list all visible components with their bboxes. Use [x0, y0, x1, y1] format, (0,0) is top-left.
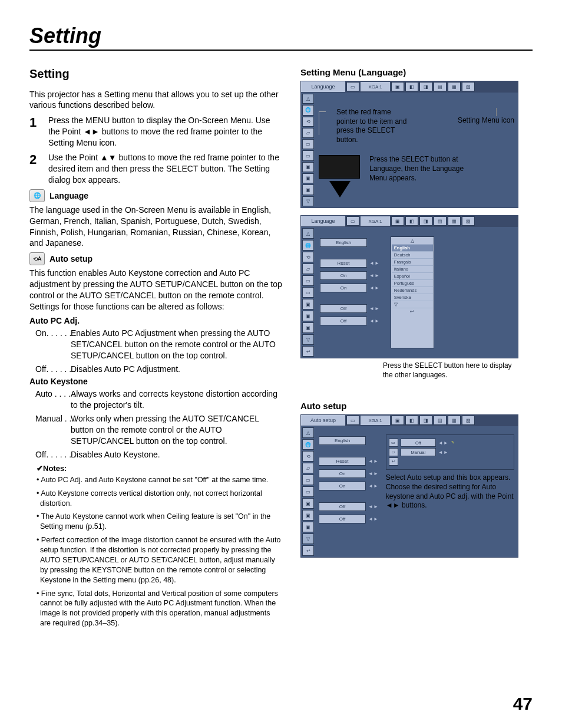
osd-menubar: Auto setup ▭ XGA 1 ▣ ◧ ◨ ▤ ▦ ▧ — [300, 414, 518, 426]
menubar-icon: ▭ — [346, 416, 359, 425]
menubar-signal: XGA 1 — [361, 82, 390, 91]
language-option: Deutsch — [392, 252, 433, 259]
down-arrow-icon: ▽ — [302, 334, 314, 345]
keystone-icon: ▱ — [302, 463, 314, 473]
rear-icon: ▣ — [302, 185, 314, 195]
step-text: Use the Point ▲▼ buttons to move the red… — [48, 152, 283, 186]
figure-caption: Press the SELECT button here to display … — [383, 361, 518, 380]
lr-arrows-icon: ◄► — [368, 504, 379, 509]
lr-arrows-icon: ◄► — [368, 471, 379, 476]
language-option: Nederlands — [392, 287, 433, 294]
display-icon: ▭ — [302, 486, 314, 497]
osd-value: English — [320, 238, 367, 247]
keystone-icon: ▱ — [389, 448, 398, 456]
auto-setup-paragraph: This function enables Auto Keystone corr… — [29, 268, 283, 312]
def-term: Off. . . . . . . — [29, 449, 71, 460]
menubar-icon: ▦ — [448, 82, 461, 91]
osd-value: Off — [319, 502, 366, 511]
bluescreen-icon: ▭ — [302, 275, 314, 286]
callout-set-pointer: Set the red frame pointer to the item an… — [336, 108, 407, 144]
osd-sidebar: △ 🌐 ⟲ ▱ ▭ ▭ ▣ ▣ ▣ ▽ ↩ — [301, 426, 315, 557]
notes-heading: ✔Notes: — [37, 464, 283, 473]
lr-arrows-icon: ◄► — [369, 261, 380, 266]
menubar-icon: ▧ — [462, 416, 475, 425]
osd-value: Manual — [401, 448, 436, 456]
globe-icon: 🌐 — [302, 105, 314, 115]
lr-arrows-icon: ◄► — [369, 273, 380, 278]
note-item: Auto PC Adj. and Auto Keystone cannot be… — [40, 475, 283, 485]
intro-paragraph: This projector has a Setting menu that a… — [29, 89, 283, 110]
osd-value: Off — [319, 515, 366, 523]
def-term: Manual . . . — [29, 413, 71, 447]
osd-menubar: Language ▭ XGA 1 ▣ ◧ ◨ ▤ ▦ ▧ — [300, 81, 518, 93]
def-desc: Enables Auto PC Adjustment when pressing… — [71, 328, 283, 361]
step-number: 2 — [29, 152, 41, 186]
def-desc: Always works and corrects keystone disto… — [71, 388, 283, 411]
down-arrow-icon: ▽ — [302, 533, 314, 544]
osd-sidebar: △ 🌐 ⟲ ▱ ▭ ▭ ▣ ▣ ▣ ▽ — [301, 93, 315, 207]
osd-figure-3: Auto setup ▭ XGA 1 ▣ ◧ ◨ ▤ ▦ ▧ △ 🌐 ⟲ ▱ ▭… — [300, 414, 518, 558]
globe-icon: 🌐 — [302, 240, 314, 251]
def-term: Off. . . . . . . — [29, 364, 71, 375]
figure-caption: Select Auto setup and this box appears. … — [386, 473, 514, 510]
def-auto-pc-on: On. . . . . . . Enables Auto PC Adjustme… — [29, 328, 283, 361]
menubar-label: Language — [301, 216, 346, 226]
step-number: 1 — [29, 115, 41, 149]
osd-value: On — [319, 469, 366, 478]
menubar-icon: ▣ — [391, 416, 404, 425]
autosetup-icon: ⟲ — [302, 451, 314, 462]
osd-value-list: English Reset◄► On◄► On◄► Off◄► Off◄► — [319, 434, 379, 549]
ceiling-icon: ▣ — [302, 311, 314, 321]
menubar-icon: ▣ — [391, 82, 404, 91]
menubar-icon: ◧ — [405, 82, 418, 91]
return-icon: ↩ — [392, 308, 433, 315]
callout-menu-icon: Setting Menu icon — [418, 116, 514, 126]
lr-arrows-icon: ◄► — [368, 483, 379, 489]
menubar-icon: ▧ — [462, 216, 475, 226]
language-heading: Language — [49, 191, 88, 200]
down-arrow-icon: ▽ — [302, 196, 314, 206]
lr-arrows-icon: ◄► — [369, 306, 380, 311]
menubar-icon: ◨ — [419, 216, 432, 226]
autosetup-popup: ▭Off◄►✎ ▱Manual◄► ↩ — [386, 434, 514, 470]
logo-icon: ▣ — [302, 299, 314, 309]
down-arrow-icon: ▽ — [392, 301, 433, 308]
down-arrow-icon — [329, 181, 351, 197]
step-text: Press the MENU button to display the On-… — [48, 115, 283, 149]
language-option: Español — [392, 273, 433, 280]
globe-icon: 🌐 — [302, 439, 314, 450]
keystone-icon: ▱ — [302, 263, 314, 274]
pc-adj-icon: ▭ — [389, 439, 398, 447]
up-arrow-icon: △ — [302, 228, 314, 239]
step-2: 2 Use the Point ▲▼ buttons to move the r… — [29, 152, 283, 186]
rear-icon: ▣ — [302, 322, 314, 333]
note-item: Perfect correction of the image distorti… — [40, 535, 283, 585]
menubar-icon: ▭ — [346, 216, 359, 226]
bluescreen-icon: ▭ — [302, 475, 314, 485]
return-icon: ↩ — [389, 457, 398, 466]
def-term: On. . . . . . . — [29, 328, 71, 361]
def-term: Auto . . . . . — [29, 388, 71, 411]
menubar-icon: ▤ — [434, 216, 447, 226]
language-dropdown: △ English Deutsch Français Italiano Espa… — [391, 236, 434, 348]
note-item: Auto Keystone corrects vertical distorti… — [40, 489, 283, 509]
osd-value: On — [320, 284, 367, 292]
auto-setup-heading: Auto setup — [49, 254, 92, 263]
lr-arrows-icon: ◄► — [369, 318, 380, 324]
menubar-label: Auto setup — [301, 415, 346, 426]
menubar-signal: XGA 1 — [361, 216, 390, 226]
osd-figure-1: Language ▭ XGA 1 ▣ ◧ ◨ ▤ ▦ ▧ △ 🌐 ⟲ ▱ ▭ ▭… — [300, 81, 518, 208]
lr-arrows-icon: ◄► — [368, 459, 379, 464]
globe-icon: 🌐 — [29, 189, 45, 202]
right-column: Setting Menu (Language) Language ▭ XGA 1… — [300, 67, 518, 632]
ceiling-icon: ▣ — [302, 173, 314, 183]
section-heading: Setting — [29, 67, 283, 81]
language-option: Português — [392, 280, 433, 287]
menubar-signal: XGA 1 — [361, 416, 390, 425]
def-desc: Disables Auto PC Adjustment. — [71, 364, 283, 375]
osd-figure-2: Language ▭ XGA 1 ▣ ◧ ◨ ▤ ▦ ▧ △ 🌐 ⟲ ▱ ▭ ▭… — [300, 215, 518, 380]
lr-arrows-icon: ◄► — [438, 450, 449, 455]
auto-pc-heading: Auto PC Adj. — [29, 316, 283, 325]
osd-value: Off — [401, 439, 436, 447]
language-option: Svenska — [392, 294, 433, 301]
